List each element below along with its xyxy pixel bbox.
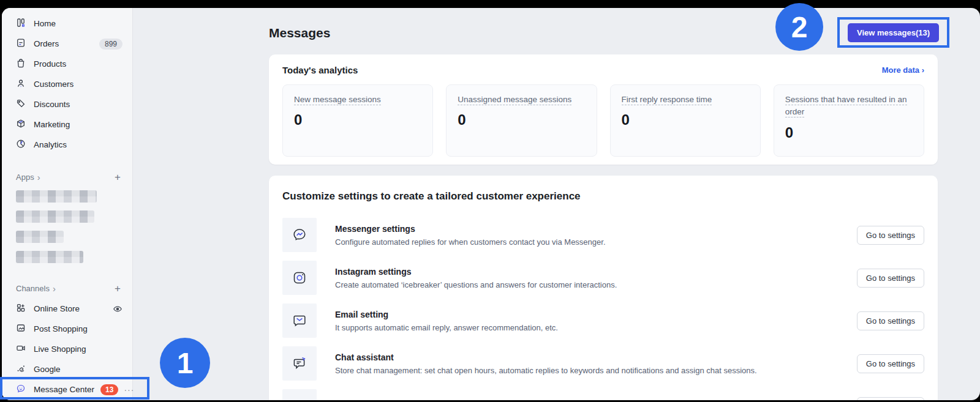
go-to-settings-button[interactable]: Go to settings	[857, 226, 924, 245]
sidebar-item-customers[interactable]: Customers	[2, 74, 132, 94]
annotation-step-2-badge: 2	[775, 3, 823, 51]
channels-section-header[interactable]: Channels › +	[2, 278, 132, 299]
annotation-step-1-badge: 1	[160, 338, 210, 388]
analytics-stats: New message sessions 0 Unassigned messag…	[282, 84, 924, 157]
add-channel-button[interactable]: +	[115, 283, 121, 295]
view-messages-button[interactable]: View messages(13)	[848, 23, 939, 42]
stat-value: 0	[294, 111, 421, 128]
email-icon	[282, 303, 317, 338]
stat-card-unassigned-message-sessions: Unassigned message sessions 0	[446, 84, 597, 157]
chevron-right-icon: ›	[53, 284, 56, 293]
go-to-settings-button[interactable]: Go to settings	[857, 311, 924, 330]
redacted-app-item[interactable]	[16, 210, 94, 223]
settings-row-description: Create automated ‘icebreaker’ questions …	[335, 280, 617, 289]
settings-row-description: It supports automatic email reply, answe…	[335, 323, 558, 332]
channels-header-label: Channels	[16, 284, 50, 293]
settings-row-email: Email setting It supports automatic emai…	[282, 303, 924, 338]
redacted-app-item[interactable]	[16, 231, 64, 243]
stat-card-first-reply-response-time: First reply response time 0	[610, 84, 761, 157]
stat-label: First reply response time	[622, 95, 712, 105]
settings-row-messenger: Messenger settings Configure automated r…	[282, 218, 924, 252]
settings-heading: Customize settings to create a tailored …	[282, 190, 924, 203]
discounts-icon	[16, 99, 26, 110]
go-to-settings-button[interactable]: Go to settings	[857, 354, 924, 373]
chevron-right-icon: ›	[37, 173, 40, 182]
settings-row-title: Messenger settings	[335, 224, 606, 234]
live-shopping-icon	[16, 343, 26, 355]
apps-section-header[interactable]: Apps › +	[2, 167, 132, 187]
stat-value: 0	[622, 111, 749, 128]
settings-row-description: Store chat management: set chat open hou…	[335, 366, 757, 375]
apps-header-label: Apps	[16, 173, 34, 182]
stat-label: Sessions that have resulted in an order	[785, 95, 907, 117]
analytics-icon	[16, 139, 26, 151]
go-to-settings-button[interactable]: Go to settings	[857, 269, 924, 288]
stat-value: 0	[785, 124, 913, 141]
post-shopping-icon	[16, 323, 26, 335]
sidebar-item-online-store[interactable]: Online Store	[2, 299, 132, 319]
online-store-icon	[16, 303, 26, 315]
sidebar-item-label: Products	[34, 59, 66, 69]
settings-row-title: Chat assistant	[335, 352, 757, 362]
sidebar-item-home[interactable]: Home	[2, 13, 132, 34]
orders-icon	[16, 38, 26, 50]
orders-count-badge: 899	[99, 39, 123, 50]
stat-label: Unassigned message sessions	[458, 95, 571, 105]
customers-icon	[16, 78, 26, 90]
settings-row-title: Chat support optimisation	[335, 400, 442, 400]
annotation-highlight-box-message-center	[0, 377, 149, 400]
sidebar-item-label: Google	[34, 365, 61, 374]
sidebar-item-marketing[interactable]: Marketing	[2, 114, 132, 135]
sidebar-item-orders[interactable]: Orders 899	[2, 34, 132, 54]
more-data-link[interactable]: More data ›	[882, 65, 924, 75]
sidebar-item-products[interactable]: Products	[2, 54, 132, 74]
settings-row-description: Configure automated replies for when cus…	[335, 237, 606, 247]
redacted-app-item[interactable]	[16, 190, 97, 203]
home-icon	[16, 18, 26, 29]
sidebar-item-analytics[interactable]: Analytics	[2, 135, 132, 155]
sidebar-item-live-shopping[interactable]: Live Shopping	[2, 339, 132, 359]
sidebar-item-label: Live Shopping	[34, 344, 86, 354]
eye-icon[interactable]	[113, 304, 123, 314]
chat-assistant-icon	[282, 346, 317, 381]
sidebar-item-label: Orders	[34, 39, 59, 48]
customize-settings-card: Customize settings to create a tailored …	[269, 176, 938, 400]
stat-card-new-message-sessions: New message sessions 0	[282, 84, 433, 157]
settings-row-chat-support-optimisation: Chat support optimisation Go to settings	[282, 389, 924, 400]
redacted-app-item[interactable]	[16, 251, 83, 263]
instagram-icon	[282, 261, 317, 295]
main-content: Messages Today's analytics More data › N…	[269, 8, 938, 400]
stat-value: 0	[458, 111, 585, 128]
settings-row-title: Instagram settings	[335, 267, 617, 277]
messenger-icon	[282, 218, 317, 252]
add-app-button[interactable]: +	[115, 171, 121, 184]
go-to-settings-button[interactable]: Go to settings	[857, 397, 924, 401]
settings-row-title: Email setting	[335, 310, 558, 319]
sidebar-item-label: Home	[34, 19, 56, 28]
stat-label: New message sessions	[294, 95, 381, 105]
products-icon	[16, 58, 26, 70]
sidebar-item-discounts[interactable]: Discounts	[2, 94, 132, 114]
sidebar-item-label: Marketing	[34, 120, 70, 129]
sidebar-item-label: Analytics	[34, 140, 67, 149]
redacted-app-list	[2, 190, 132, 263]
sidebar-item-label: Customers	[34, 80, 74, 89]
chat-support-icon	[282, 389, 317, 400]
sidebar-item-label: Online Store	[34, 304, 80, 313]
settings-row-chat-assistant: Chat assistant Store chat management: se…	[282, 346, 924, 381]
annotation-highlight-box-view-messages: View messages(13)	[837, 17, 949, 48]
sidebar-item-label: Post Shopping	[34, 324, 88, 333]
analytics-card-title: Today's analytics	[282, 65, 358, 75]
stat-card-sessions-resulting-in-order: Sessions that have resulted in an order …	[774, 84, 924, 157]
sidebar: Home Orders 899 Products Customers Disco…	[2, 8, 133, 400]
sidebar-item-post-shopping[interactable]: Post Shopping	[2, 319, 132, 339]
admin-app-window: Home Orders 899 Products Customers Disco…	[2, 8, 980, 400]
google-icon	[16, 363, 26, 375]
sidebar-item-label: Discounts	[34, 100, 70, 109]
marketing-icon	[16, 119, 26, 130]
settings-row-instagram: Instagram settings Create automated ‘ice…	[282, 261, 924, 295]
todays-analytics-card: Today's analytics More data › New messag…	[269, 54, 938, 165]
